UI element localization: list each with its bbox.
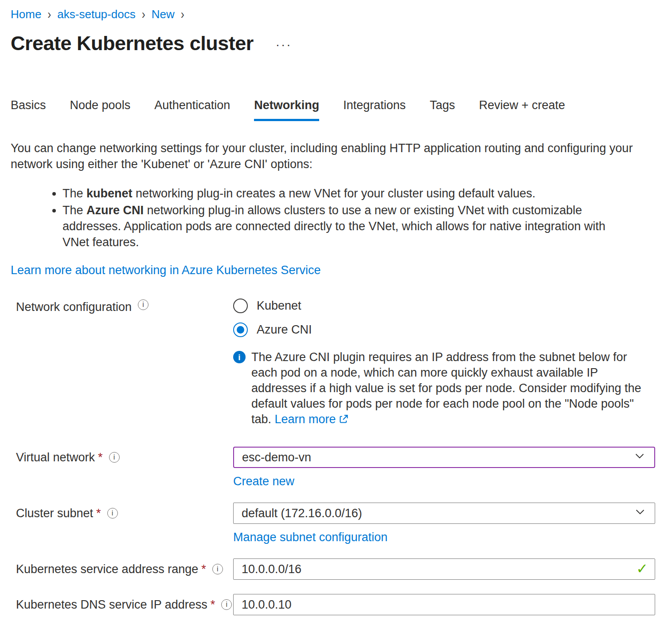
bullet-text: The xyxy=(63,204,86,217)
radio-azure-cni-label: Azure CNI xyxy=(257,323,312,337)
cluster-subnet-label: Cluster subnet xyxy=(16,506,93,521)
virtual-network-control: esc-demo-vn Create new xyxy=(233,447,655,488)
create-new-vnet-link[interactable]: Create new xyxy=(233,475,294,488)
bullet-text: networking plug-in allows clusters to us… xyxy=(63,204,606,249)
dns-service-ip-input[interactable] xyxy=(233,594,655,615)
service-address-range-control: ✓ xyxy=(233,558,655,580)
chevron-down-icon xyxy=(633,449,646,466)
dns-service-ip-label-group: Kubernetes DNS service IP address * i xyxy=(11,594,233,615)
required-marker: * xyxy=(211,597,215,612)
network-configuration-label: Network configuration xyxy=(16,299,132,314)
radio-dot xyxy=(237,326,244,334)
info-note-body: The Azure CNI plugin requires an IP addr… xyxy=(251,350,652,428)
radio-unselected-icon xyxy=(233,299,248,313)
tab-tags[interactable]: Tags xyxy=(430,98,455,121)
bullet-text: The xyxy=(63,187,86,200)
kubenet-bullet: The kubenet networking plug-in creates a… xyxy=(63,185,634,201)
service-address-range-label-group: Kubernetes service address range * i xyxy=(11,558,233,580)
tab-authentication[interactable]: Authentication xyxy=(154,98,230,121)
cluster-subnet-dropdown[interactable]: default (172.16.0.0/16) xyxy=(233,503,655,524)
external-link-icon xyxy=(339,413,349,428)
virtual-network-value: esc-demo-vn xyxy=(242,451,311,464)
service-address-range-row: Kubernetes service address range * i ✓ xyxy=(11,558,655,580)
cluster-subnet-value: default (172.16.0.0/16) xyxy=(242,507,362,520)
breadcrumb-new[interactable]: New xyxy=(152,7,175,21)
breadcrumb-aks-setup-docs[interactable]: aks-setup-docs xyxy=(57,7,135,21)
dns-service-ip-row: Kubernetes DNS service IP address * i xyxy=(11,594,655,615)
dns-service-ip-label: Kubernetes DNS service IP address xyxy=(16,597,207,612)
chevron-down-icon xyxy=(633,505,647,522)
breadcrumb-home[interactable]: Home xyxy=(11,7,41,21)
radio-kubenet[interactable]: Kubenet xyxy=(233,299,655,313)
bullet-bold-text: kubenet xyxy=(86,187,133,200)
radio-azure-cni[interactable]: Azure CNI xyxy=(233,322,655,337)
info-filled-icon: i xyxy=(233,351,246,363)
info-note-learn-more-link[interactable]: Learn more xyxy=(275,413,336,426)
breadcrumb: Home › aks-setup-docs › New › xyxy=(11,7,655,21)
page-title: Create Kubernetes cluster xyxy=(11,32,254,55)
service-address-range-input[interactable] xyxy=(233,558,655,580)
dns-service-ip-control xyxy=(233,594,655,615)
networking-form: Network configuration i Kubenet Azure CN… xyxy=(11,299,655,629)
cluster-subnet-control: default (172.16.0.0/16) Manage subnet co… xyxy=(233,503,655,544)
virtual-network-label: Virtual network xyxy=(16,450,95,465)
service-address-range-label: Kubernetes service address range xyxy=(16,562,198,577)
networking-intro-text: You can change networking settings for y… xyxy=(11,140,645,172)
title-row: Create Kubernetes cluster ··· xyxy=(11,32,655,55)
info-icon[interactable]: i xyxy=(107,508,118,519)
manage-subnet-configuration-link[interactable]: Manage subnet configuration xyxy=(233,531,387,544)
info-icon[interactable]: i xyxy=(138,299,148,310)
cluster-subnet-row: Cluster subnet * i default (172.16.0.0/1… xyxy=(11,503,655,544)
breadcrumb-separator-icon: › xyxy=(47,5,52,23)
virtual-network-row: Virtual network * i esc-demo-vn Create n… xyxy=(11,447,655,488)
tab-integrations[interactable]: Integrations xyxy=(343,98,406,121)
virtual-network-dropdown[interactable]: esc-demo-vn xyxy=(233,447,655,468)
network-configuration-label-group: Network configuration i xyxy=(11,299,233,314)
network-configuration-options: Kubenet Azure CNI i The Azure CNI plugin… xyxy=(233,299,655,428)
tab-networking[interactable]: Networking xyxy=(254,98,319,121)
info-icon[interactable]: i xyxy=(221,599,232,610)
required-marker: * xyxy=(98,450,103,465)
virtual-network-label-group: Virtual network * i xyxy=(11,447,233,468)
tab-node-pools[interactable]: Node pools xyxy=(70,98,131,121)
cluster-subnet-label-group: Cluster subnet * i xyxy=(11,503,233,524)
breadcrumb-separator-icon: › xyxy=(180,5,185,23)
tab-basics[interactable]: Basics xyxy=(11,98,46,121)
tab-review-create[interactable]: Review + create xyxy=(479,98,565,121)
create-kubernetes-cluster-page: Home › aks-setup-docs › New › Create Kub… xyxy=(0,0,672,629)
radio-selected-icon xyxy=(233,322,248,337)
azure-cni-info-note: i The Azure CNI plugin requires an IP ad… xyxy=(233,350,652,428)
info-icon[interactable]: i xyxy=(212,564,223,574)
breadcrumb-separator-icon: › xyxy=(141,5,146,23)
azure-cni-bullet: The Azure CNI networking plug-in allows … xyxy=(63,202,634,250)
plugin-bullet-list: The kubenet networking plug-in creates a… xyxy=(11,185,655,250)
info-icon[interactable]: i xyxy=(109,452,120,463)
wizard-tabs: Basics Node pools Authentication Network… xyxy=(11,98,655,122)
required-marker: * xyxy=(201,562,206,577)
network-configuration-row: Network configuration i Kubenet Azure CN… xyxy=(11,299,655,428)
bullet-bold-text: Azure CNI xyxy=(86,204,144,217)
radio-kubenet-label: Kubenet xyxy=(257,299,301,313)
more-options-icon[interactable]: ··· xyxy=(276,35,292,52)
learn-more-networking-link[interactable]: Learn more about networking in Azure Kub… xyxy=(11,263,320,277)
bullet-text: networking plug-in creates a new VNet fo… xyxy=(133,187,535,200)
required-marker: * xyxy=(96,506,101,521)
